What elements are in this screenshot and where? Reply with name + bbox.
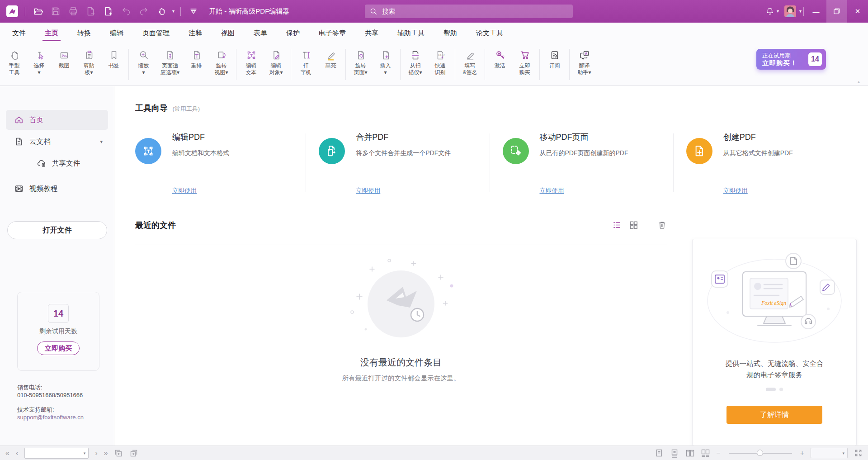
single-page-view-icon[interactable] [655, 449, 664, 458]
first-page-icon[interactable]: « [5, 450, 9, 457]
restore-button[interactable] [826, 0, 847, 23]
collapse-ribbon-icon[interactable]: ▲ [857, 80, 861, 84]
zoom-out-icon[interactable]: − [716, 450, 720, 457]
zoom-slider-thumb[interactable] [757, 450, 763, 456]
menu-share[interactable]: 共享 [355, 23, 388, 43]
tool-card-title: 合并PDF [356, 132, 451, 142]
ribbon-tool-zoom[interactable]: 缩放▾ [132, 45, 156, 84]
global-search-box[interactable] [365, 5, 573, 18]
ribbon-tool-hand[interactable]: 手型工具 [2, 45, 26, 84]
zoom-level-combobox[interactable]: ▾ [811, 448, 848, 458]
menu-file[interactable]: 文件 [3, 23, 35, 43]
ribbon-tool-page-fit-options[interactable]: 页面适应选项▾ [156, 45, 184, 84]
add-page-icon[interactable] [102, 5, 115, 18]
tool-card-merge-pdf[interactable]: 合并PDF 将多个文件合并生成一个PDF文件 立即使用 [319, 131, 489, 195]
hand-tool-icon[interactable] [155, 5, 168, 18]
zoom-in-icon[interactable]: + [800, 450, 804, 457]
ribbon-tool-reflow[interactable]: 重排 [184, 45, 208, 84]
menu-view[interactable]: 视图 [212, 23, 244, 43]
sidebar-item-home[interactable]: 首页 [6, 110, 108, 130]
ribbon-tool-activate[interactable]: 激活 [488, 45, 512, 84]
sidebar-item-shared-files[interactable]: 共享文件 [6, 153, 108, 173]
use-now-link[interactable]: 立即使用 [172, 187, 197, 195]
menu-home[interactable]: 主页 [35, 23, 68, 43]
previous-page-icon[interactable]: ‹ [16, 450, 18, 457]
menu-paper-tools[interactable]: 论文工具 [467, 23, 513, 43]
ribbon-tool-bookmark[interactable]: 书签 [102, 45, 126, 84]
edit-text-icon [239, 48, 263, 62]
fullscreen-icon[interactable] [854, 449, 863, 457]
next-view-icon[interactable] [129, 449, 138, 458]
typewriter-icon [294, 48, 318, 62]
ribbon-tool-typewriter[interactable]: 打字机 [294, 45, 318, 84]
ribbon-tool-highlight[interactable]: 高亮 [319, 45, 343, 84]
user-avatar[interactable] [784, 5, 796, 17]
ribbon-tool-rotate-pages[interactable]: 旋转页面▾ [349, 45, 373, 84]
menu-comment[interactable]: 注释 [179, 23, 212, 43]
close-button[interactable]: ✕ [847, 0, 868, 23]
tool-card-move-pdf-pages[interactable]: 移动PDF页面 从已有的PDF页面创建新的PDF 立即使用 [503, 131, 673, 195]
list-view-icon[interactable] [612, 220, 622, 230]
zoom-slider[interactable] [729, 453, 792, 454]
open-folder-icon[interactable] [31, 5, 45, 18]
continuous-view-icon[interactable] [670, 449, 679, 458]
page-number-combobox[interactable]: ▾ [24, 448, 89, 459]
last-page-icon[interactable]: » [104, 450, 108, 457]
notification-bell-icon[interactable] [763, 5, 777, 18]
sidebar-item-cloud-docs[interactable]: 云文档 ▾ [6, 132, 108, 152]
carousel-dot[interactable] [779, 388, 783, 391]
ribbon-tool-from-scanner[interactable]: 从扫描仪▾ [403, 45, 427, 84]
menu-protect[interactable]: 保护 [277, 23, 309, 43]
use-now-link[interactable]: 立即使用 [356, 187, 380, 195]
ribbon-tool-insert[interactable]: 插入▾ [373, 45, 397, 84]
menu-page-management[interactable]: 页面管理 [133, 23, 179, 43]
ribbon-tool-subscribe[interactable]: 订阅 [542, 45, 566, 84]
carousel-dots[interactable] [693, 388, 856, 391]
support-email-address[interactable]: support@foxitsoftware.cn [17, 413, 105, 421]
trial-period-badge[interactable]: 正在试用期 立即购买！ 14 [756, 49, 826, 70]
carousel-dot-active[interactable] [766, 388, 776, 391]
ribbon-group-divider [128, 49, 129, 80]
card-divider [306, 133, 306, 192]
next-page-icon[interactable]: › [95, 450, 97, 457]
ribbon-tool-buy-now[interactable]: 立即购买 [513, 45, 537, 84]
use-now-link[interactable]: 立即使用 [540, 187, 564, 195]
search-input[interactable] [381, 7, 568, 15]
menu-edit[interactable]: 编辑 [100, 23, 133, 43]
trash-icon[interactable] [657, 220, 667, 230]
buy-now-button[interactable]: 立即购买 [37, 341, 80, 355]
learn-more-button[interactable]: 了解详情 [726, 406, 822, 424]
quick-access-flag-icon[interactable] [187, 5, 200, 18]
ribbon-tool-quick-recognition[interactable]: OCR 快速识别 [428, 45, 452, 84]
menu-convert[interactable]: 转换 [68, 23, 100, 43]
grid-view-icon[interactable] [629, 220, 638, 230]
menu-esign[interactable]: 电子签章 [309, 23, 355, 43]
chevron-down-icon[interactable]: ▾ [799, 9, 802, 14]
tool-card-desc: 编辑文档和文本格式 [172, 149, 229, 157]
sidebar-item-video-tutorials[interactable]: 视频教程 [6, 179, 108, 199]
open-file-button[interactable]: 打开文件 [7, 221, 107, 239]
menu-help[interactable]: 帮助 [434, 23, 467, 43]
ribbon-tool-select[interactable]: 选择▾ [27, 45, 51, 84]
home-icon [14, 115, 24, 125]
previous-view-icon[interactable] [114, 449, 123, 458]
ribbon-tool-rotate-view[interactable]: 旋转视图▾ [209, 45, 233, 84]
ribbon-tool-edit-text[interactable]: 编辑文本 [239, 45, 263, 84]
ribbon-tool-clipboard[interactable]: 剪贴板▾ [77, 45, 101, 84]
minimize-button[interactable]: — [806, 0, 826, 23]
facing-continuous-view-icon[interactable] [701, 449, 710, 458]
chevron-down-icon[interactable]: ▾ [100, 139, 103, 144]
use-now-link[interactable]: 立即使用 [723, 187, 748, 195]
ribbon-tool-snapshot[interactable]: 截图 [52, 45, 76, 84]
ribbon-tool-edit-object[interactable]: 编辑对象▾ [264, 45, 288, 84]
menu-accessibility[interactable]: 辅助工具 [388, 23, 434, 43]
ribbon-tool-fill-sign[interactable]: 填写&签名 [458, 45, 482, 84]
menu-form[interactable]: 表单 [244, 23, 277, 43]
tool-card-edit-pdf[interactable]: 编辑PDF 编辑文档和文本格式 立即使用 [135, 131, 306, 195]
chevron-down-icon[interactable]: ▾ [777, 9, 779, 14]
facing-view-icon[interactable] [685, 449, 694, 458]
menu-bar: 文件 主页 转换 编辑 页面管理 注释 视图 表单 保护 电子签章 共享 辅助工… [0, 23, 868, 43]
chevron-down-icon[interactable]: ▾ [172, 9, 175, 14]
tool-card-create-pdf[interactable]: 创建PDF 从其它格式文件创建PDF 立即使用 [686, 131, 857, 195]
ribbon-tool-translation-assistant[interactable]: 翻译助手▾ [572, 45, 596, 84]
